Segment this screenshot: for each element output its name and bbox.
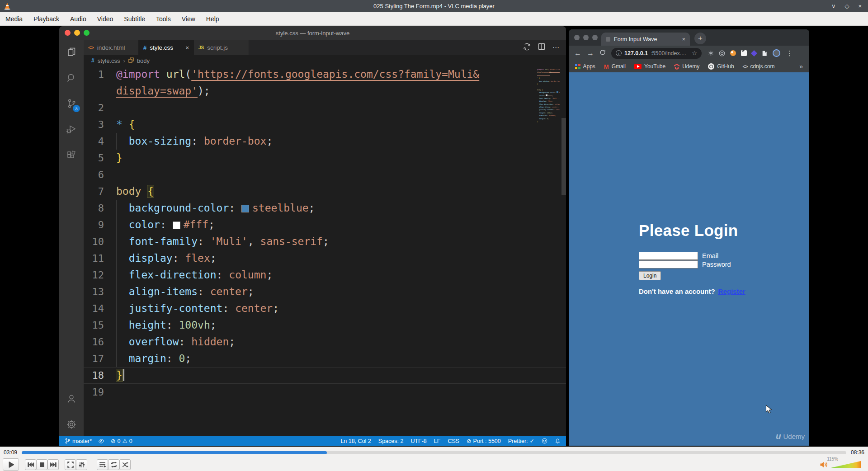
tab-close-icon[interactable]: × (682, 36, 685, 42)
close-button[interactable]: × (858, 3, 862, 9)
next-button[interactable] (47, 459, 59, 470)
notifications-bell-icon[interactable] (555, 438, 561, 444)
extension-puzzle-icon[interactable] (761, 50, 768, 57)
stop-button[interactable] (36, 459, 47, 470)
code-line[interactable]: 4 box-sizing: border-box; (84, 133, 566, 150)
code-line[interactable]: 3* { (84, 116, 566, 133)
code-line[interactable]: 9 color: #fff; (84, 217, 566, 233)
back-button[interactable]: ← (574, 49, 581, 57)
source-control-icon[interactable]: 3 (65, 97, 78, 110)
sync-status[interactable] (98, 438, 104, 444)
maximize-button[interactable]: ◇ (844, 3, 849, 9)
code-line[interactable]: 7body { (84, 183, 566, 200)
code-line[interactable]: 2 (84, 99, 566, 116)
code-line[interactable]: 15 height: 100vh; (84, 317, 566, 334)
code-line[interactable]: 12 flex-direction: column; (84, 267, 566, 283)
menu-video[interactable]: Video (97, 15, 113, 23)
bookmark-cdnjs[interactable]: <> cdnjs.com (743, 63, 775, 70)
code-line[interactable]: 8 background-color: steelblue; (84, 200, 566, 217)
tab-style-css[interactable]: # style.css × (139, 40, 194, 55)
password-input[interactable] (639, 260, 698, 268)
bookmark-youtube[interactable]: YouTube (634, 63, 665, 70)
eol-type[interactable]: LF (434, 438, 441, 444)
email-input[interactable] (639, 252, 698, 260)
shuffle-button[interactable] (119, 459, 131, 470)
login-button[interactable]: Login (639, 271, 661, 280)
feedback-icon[interactable] (542, 438, 547, 444)
mac-minimize-button[interactable] (583, 35, 589, 40)
search-icon[interactable] (65, 71, 78, 85)
browser-tab[interactable]: Form Input Wave × (601, 33, 690, 46)
extensions-icon[interactable] (65, 148, 78, 162)
bookmark-gmail[interactable]: M Gmail (604, 63, 626, 70)
tab-close-icon[interactable]: × (185, 44, 189, 51)
prettier-status[interactable]: Prettier: ✓ (508, 438, 534, 444)
language-mode[interactable]: CSS (448, 438, 459, 444)
seek-bar[interactable] (22, 451, 846, 454)
menu-help[interactable]: Help (206, 15, 219, 23)
code-line[interactable]: 14 justify-content: center; (84, 300, 566, 317)
address-bar[interactable]: i 127.0.0.1 :5500/index.... ☆ (611, 48, 702, 59)
extension-rings-icon[interactable] (719, 50, 725, 57)
code-editor[interactable]: 1@import url('https://fonts.googleapis.c… (84, 66, 566, 436)
code-line[interactable]: 13 align-items: center; (84, 283, 566, 300)
extension-orange-icon[interactable] (730, 50, 736, 56)
extension-pen-icon[interactable] (741, 50, 747, 56)
minimap[interactable]: 1@import url('https://fonts.googleapis.c… (537, 68, 560, 126)
bookmark-star-icon[interactable]: ☆ (692, 50, 697, 57)
settings-gear-icon[interactable] (65, 418, 78, 431)
more-actions-icon[interactable]: ⋯ (552, 43, 560, 52)
profile-avatar-icon[interactable] (773, 49, 780, 57)
playlist-button[interactable] (97, 459, 108, 470)
fullscreen-button[interactable] (65, 459, 76, 470)
extension-diamond-icon[interactable] (751, 50, 757, 56)
menu-tools[interactable]: Tools (156, 15, 171, 23)
problems-status[interactable]: ⊘ 0 ⚠ 0 (111, 438, 132, 444)
menu-playback[interactable]: Playback (33, 15, 59, 23)
bookmarks-overflow-icon[interactable]: » (799, 63, 803, 70)
bookmark-udemy[interactable]: Udemy (674, 63, 699, 70)
menu-view[interactable]: View (182, 15, 195, 23)
minimize-button[interactable]: ∨ (831, 3, 836, 9)
encoding[interactable]: UTF-8 (410, 438, 426, 444)
extension-asterisk-icon[interactable] (708, 50, 714, 56)
mac-zoom-button[interactable] (84, 30, 90, 36)
reload-button[interactable] (599, 49, 606, 57)
bookmark-apps[interactable]: Apps (575, 63, 595, 70)
mac-zoom-button[interactable] (592, 35, 598, 40)
run-debug-icon[interactable] (65, 122, 78, 136)
previous-button[interactable] (25, 459, 36, 470)
breadcrumb[interactable]: # style.css › body (84, 55, 566, 66)
account-icon[interactable] (65, 392, 78, 405)
code-line[interactable]: 16 overflow: hidden; (84, 334, 566, 350)
open-changes-icon[interactable] (523, 43, 531, 52)
editor-scrollbar[interactable] (561, 118, 566, 195)
register-link[interactable]: Register (718, 287, 745, 295)
loop-button[interactable] (108, 459, 119, 470)
code-line[interactable]: 6 (84, 166, 566, 183)
forward-button[interactable]: → (587, 49, 594, 57)
volume-control[interactable]: 115% (820, 461, 865, 468)
git-branch-status[interactable]: master* (65, 438, 92, 444)
mac-minimize-button[interactable] (74, 30, 80, 36)
code-line[interactable]: display=swap'); (84, 83, 566, 99)
tab-script-js[interactable]: JS script.js (194, 40, 249, 55)
code-line[interactable]: 18} (84, 367, 566, 384)
site-info-icon[interactable]: i (616, 50, 622, 56)
indentation[interactable]: Spaces: 2 (378, 438, 404, 444)
play-button[interactable] (3, 458, 19, 471)
menu-audio[interactable]: Audio (70, 15, 86, 23)
explorer-icon[interactable] (65, 45, 78, 59)
code-line[interactable]: 11 display: flex; (84, 250, 566, 267)
tab-index-html[interactable]: <> index.html (84, 40, 139, 55)
live-server-port[interactable]: ⊘ Port : 5500 (467, 438, 501, 444)
cursor-position[interactable]: Ln 18, Col 2 (340, 438, 371, 444)
code-line[interactable]: 17 margin: 0; (84, 350, 566, 367)
mac-close-button[interactable] (574, 35, 580, 40)
mac-close-button[interactable] (65, 30, 71, 36)
bookmark-github[interactable]: GitHub (708, 63, 734, 70)
code-line[interactable]: 1@import url('https://fonts.googleapis.c… (84, 66, 566, 83)
split-editor-icon[interactable] (538, 43, 545, 52)
browser-menu-icon[interactable]: ⋮ (786, 49, 793, 57)
code-line[interactable]: 5} (84, 150, 566, 166)
